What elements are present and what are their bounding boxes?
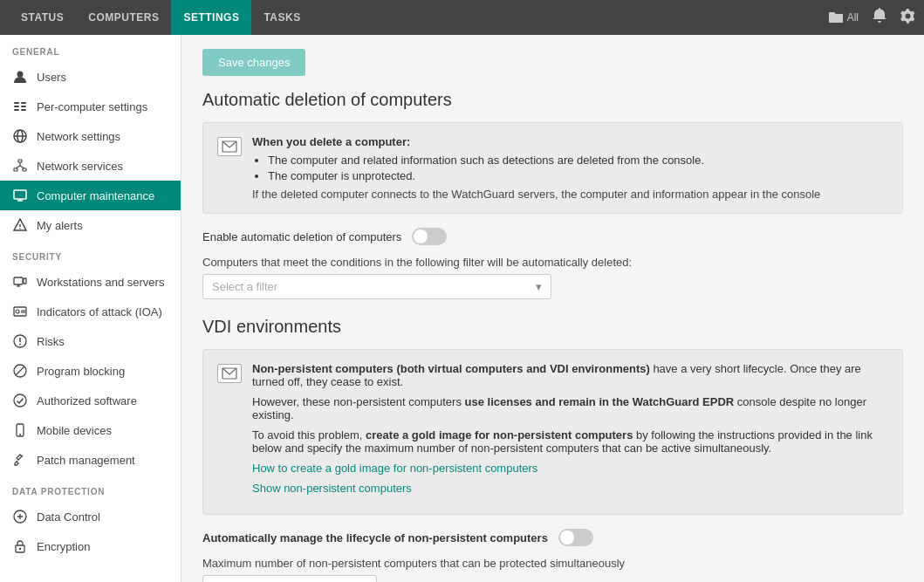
sidebar-item-workstations-servers[interactable]: Workstations and servers (0, 267, 181, 297)
svg-rect-4 (21, 106, 26, 107)
id-icon (12, 304, 28, 319)
sidebar-item-patch-management[interactable]: Patch management (0, 445, 181, 475)
svg-rect-11 (14, 168, 17, 171)
nav-item-tasks[interactable]: TASKS (251, 0, 312, 35)
svg-point-39 (19, 548, 21, 550)
sidebar-item-users[interactable]: Users (0, 62, 181, 92)
auto-deletion-toggle[interactable] (412, 228, 447, 245)
sidebar-item-program-blocking[interactable]: Program blocking (0, 356, 181, 386)
main-content: Save changes Automatic deletion of compu… (181, 35, 924, 582)
sidebar-item-authorized-software[interactable]: Authorized software (0, 386, 181, 415)
vdi-info-icon (217, 364, 242, 383)
sidebar-item-my-alerts[interactable]: My alerts (0, 210, 181, 240)
info-bullet-2: The computer is unprotected. (268, 169, 888, 182)
svg-point-0 (17, 72, 24, 78)
nav-item-computers[interactable]: COMPUTERS (76, 0, 171, 35)
sidebar-item-per-computer-settings[interactable]: Per-computer settings (0, 92, 181, 121)
info-title: When you delete a computer: (252, 135, 888, 148)
gear-icon[interactable] (900, 9, 915, 27)
folder-icon[interactable]: All (828, 10, 859, 24)
lifecycle-toggle[interactable] (558, 529, 593, 546)
workstation-icon (12, 274, 28, 290)
encryption-icon (12, 538, 28, 554)
filter-dropdown-placeholder: Select a filter (212, 280, 277, 293)
svg-line-15 (20, 166, 24, 168)
vdi-heading: VDI environments (202, 317, 903, 337)
vdi-info-content: Non-persistent computers (both virtual c… (252, 362, 888, 502)
svg-rect-6 (21, 109, 26, 111)
info-bullets: The computer and related information suc… (268, 154, 888, 182)
svg-line-33 (17, 367, 24, 375)
info-box-icon (217, 137, 242, 156)
alert-icon (12, 217, 28, 233)
svg-rect-22 (24, 278, 26, 284)
nav-item-status[interactable]: STATUS (9, 0, 76, 35)
svg-line-14 (16, 166, 20, 168)
filter-label: Computers that meet the conditions in th… (202, 256, 903, 269)
user-icon (12, 69, 28, 85)
patch-icon (12, 452, 28, 468)
auto-deletion-toggle-row: Enable automatic deletion of computers (202, 228, 903, 245)
sidebar-item-mobile-devices[interactable]: Mobile devices (0, 415, 181, 445)
nav-item-settings[interactable]: SETTINGS (171, 0, 251, 35)
mobile-icon (12, 422, 28, 438)
info-bullet-1: The computer and related information suc… (268, 154, 888, 167)
vdi-para-2: However, these non-persistent computers … (252, 395, 888, 421)
main-layout: GENERAL Users Per-computer settings Netw… (0, 35, 924, 582)
svg-rect-10 (18, 160, 22, 162)
svg-rect-21 (14, 277, 23, 284)
svg-rect-3 (14, 106, 19, 107)
save-changes-button[interactable]: Save changes (202, 49, 305, 76)
max-computers-input[interactable] (202, 575, 377, 582)
sidebar-item-ioa[interactable]: Indicators of attack (IOA) (0, 297, 181, 326)
globe-icon (12, 128, 28, 144)
auto-deletion-heading: Automatic deletion of computers (202, 90, 903, 110)
sidebar-item-network-settings[interactable]: Network settings (0, 121, 181, 151)
authorized-icon (12, 393, 28, 408)
sidebar-item-data-control[interactable]: Data Control (0, 502, 181, 531)
sidebar-item-computer-maintenance[interactable]: Computer maintenance (0, 181, 181, 210)
top-navigation: STATUS COMPUTERS SETTINGS TASKS All (0, 0, 924, 35)
vdi-para-3: To avoid this problem, create a gold ima… (252, 428, 888, 455)
data-control-icon (12, 509, 28, 524)
top-nav-right: All (828, 8, 915, 27)
sidebar: GENERAL Users Per-computer settings Netw… (0, 35, 181, 582)
bell-icon[interactable] (873, 8, 886, 27)
sidebar-item-encryption[interactable]: Encryption (0, 531, 181, 561)
lifecycle-toggle-label: Automatically manage the lifecycle of no… (202, 531, 548, 544)
svg-point-20 (19, 228, 21, 229)
lifecycle-toggle-row: Automatically manage the lifecycle of no… (202, 529, 903, 546)
svg-rect-2 (21, 102, 26, 104)
svg-rect-16 (14, 190, 26, 199)
svg-rect-5 (14, 109, 19, 111)
auto-deletion-info-box: When you delete a computer: The computer… (202, 122, 903, 214)
vdi-info-box: Non-persistent computers (both virtual c… (202, 349, 903, 515)
vdi-link-gold-image[interactable]: How to create a gold image for non-persi… (252, 462, 888, 475)
block-icon (12, 363, 28, 379)
svg-rect-1 (14, 102, 19, 104)
sidebar-section-data-protection: DATA PROTECTION (0, 475, 181, 502)
svg-point-31 (19, 344, 21, 346)
vdi-para-1: Non-persistent computers (both virtual c… (252, 362, 888, 388)
auto-deletion-info-content: When you delete a computer: The computer… (252, 135, 888, 201)
monitor-icon (12, 188, 28, 203)
auto-deletion-toggle-label: Enable automatic deletion of computers (202, 230, 401, 243)
info-note: If the deleted computer connects to the … (252, 188, 888, 201)
filter-dropdown[interactable]: Select a filter ▾ (202, 274, 551, 299)
sidebar-item-network-services[interactable]: Network services (0, 151, 181, 181)
sidebar-item-risks[interactable]: Risks (0, 326, 181, 356)
network-icon (12, 158, 28, 174)
risks-icon (12, 333, 28, 349)
dropdown-arrow-icon: ▾ (536, 280, 542, 293)
svg-point-26 (16, 310, 19, 313)
sidebar-section-general: GENERAL (0, 35, 181, 62)
sidebar-section-security: SECURITY (0, 240, 181, 267)
svg-rect-12 (23, 168, 26, 171)
settings-dots-icon (12, 99, 28, 114)
max-computers-label: Maximum number of non-persistent compute… (202, 557, 903, 570)
vdi-link-show-non-persistent[interactable]: Show non-persistent computers (252, 482, 888, 495)
svg-point-34 (14, 394, 26, 407)
